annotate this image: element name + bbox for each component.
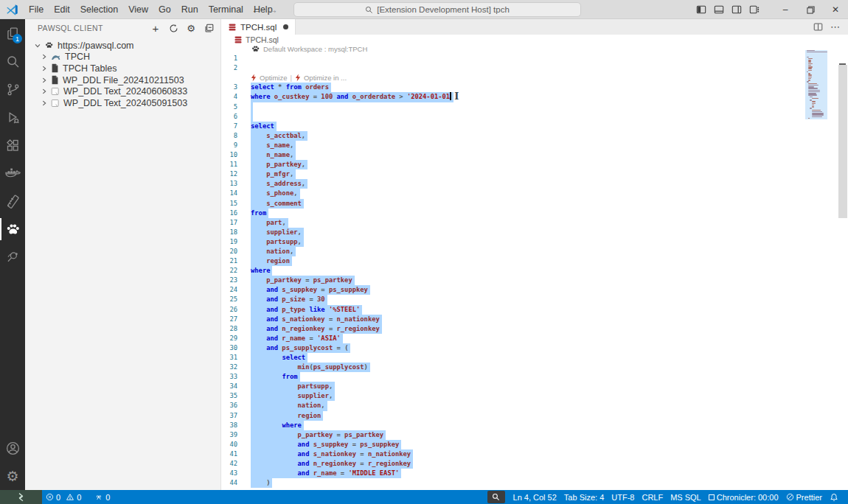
command-center[interactable]: [Extension Development Host] tpch: [293, 2, 581, 17]
code-line-28[interactable]: 28 and n_regionkey = r_regionkey: [221, 324, 848, 334]
optimize-codelens[interactable]: Optimize: [260, 73, 287, 83]
code-line-38[interactable]: 38 where: [221, 421, 848, 430]
code-line-21[interactable]: 21 region: [221, 256, 848, 266]
status-eol[interactable]: CRLF: [638, 490, 667, 504]
status-encoding[interactable]: UTF-8: [608, 490, 638, 504]
code-review-icon[interactable]: [0, 243, 25, 271]
minimize-button[interactable]: –: [773, 0, 798, 19]
run-debug-icon[interactable]: [0, 103, 25, 131]
code-line-44[interactable]: 44 ): [221, 478, 848, 488]
restore-button[interactable]: [798, 0, 823, 19]
optimize-in-codelens[interactable]: Optimize in ...: [304, 73, 347, 83]
code-line-39[interactable]: 39 p_partkey = ps_partkey: [221, 430, 848, 440]
code-line-33[interactable]: 33 from: [221, 372, 848, 382]
collapse-all-icon[interactable]: [203, 22, 215, 34]
toggle-sidebar-icon[interactable]: [696, 4, 706, 15]
code-line-3[interactable]: 3select * from orders: [221, 83, 848, 92]
nav-back-button[interactable]: ←: [251, 4, 262, 15]
tree-item-wp-ddl-text-202406060833[interactable]: WP_DDL Text_202406060833: [25, 85, 220, 97]
code-line-29[interactable]: 29 and r_name = 'ASIA': [221, 334, 848, 343]
code-line-30[interactable]: 30 and ps_supplycost = (: [221, 343, 848, 353]
code-line-19[interactable]: 19 partsupp,: [221, 237, 848, 247]
source-control-icon[interactable]: [0, 75, 25, 103]
optimize-codelens-row[interactable]: Optimize|Optimize in ...: [251, 73, 347, 83]
code-line-24[interactable]: 24 and s_suppkey = ps_suppkey: [221, 285, 848, 295]
code-line-1[interactable]: 1: [221, 54, 848, 63]
code-line-25[interactable]: 25 and p_size = 30: [221, 295, 848, 304]
menu-selection[interactable]: Selection: [75, 2, 123, 17]
tree-item-wp-ddl-text-202405091503[interactable]: WP_DDL Text_202405091503: [25, 97, 220, 109]
code-line-5[interactable]: 5: [221, 102, 848, 112]
menu-file[interactable]: File: [24, 2, 49, 17]
code-line-36[interactable]: 36 nation,: [221, 401, 848, 410]
extensions-icon[interactable]: [0, 131, 25, 159]
code-line-22[interactable]: 22where: [221, 266, 848, 276]
workspace-codelens[interactable]: Default Workspace : mysql:TPCH: [251, 44, 367, 54]
menu-view[interactable]: View: [123, 2, 153, 17]
zoom-indicator[interactable]: [487, 491, 505, 503]
code-line-41[interactable]: 41 and s_nationkey = n_nationkey: [221, 449, 848, 459]
nav-forward-button[interactable]: →: [268, 4, 278, 15]
search-icon[interactable]: [0, 47, 25, 75]
code-line-6[interactable]: 6: [221, 112, 848, 122]
code-line-8[interactable]: 8 s_acctbal,: [221, 131, 848, 141]
code-line-10[interactable]: 10 n_name,: [221, 150, 848, 160]
code-line-2[interactable]: 2: [221, 63, 848, 73]
menu-edit[interactable]: Edit: [49, 2, 75, 17]
tree-item-tpch[interactable]: TPCH: [25, 52, 220, 63]
code-line-23[interactable]: 23 p_partkey = ps_partkey: [221, 276, 848, 285]
code-line-4[interactable]: 4where o_custkey = 100 and o_orderdate >…: [221, 92, 848, 102]
account-icon[interactable]: [0, 434, 25, 462]
scrollbar-thumb[interactable]: [838, 65, 847, 218]
menu-run[interactable]: Run: [176, 2, 204, 17]
code-line-16[interactable]: 16from: [221, 209, 848, 218]
status-warnings[interactable]: 0: [64, 490, 85, 504]
code-line-27[interactable]: 27 and s_nationkey = n_nationkey: [221, 315, 848, 324]
menu-terminal[interactable]: Terminal: [204, 2, 249, 17]
code-line-40[interactable]: 40 and s_suppkey = ps_suppkey: [221, 440, 848, 449]
status-ports[interactable]: 0: [91, 490, 114, 504]
remote-indicator[interactable]: [0, 490, 42, 504]
explorer-icon[interactable]: 1: [0, 19, 25, 47]
toggle-panel-icon[interactable]: [714, 4, 724, 15]
breadcrumb-file[interactable]: TPCH.sql: [246, 35, 279, 44]
refresh-icon[interactable]: [167, 22, 179, 34]
minimap[interactable]: [805, 44, 838, 490]
code-line-7[interactable]: 7select: [221, 122, 848, 131]
code-line-11[interactable]: 11 p_partkey,: [221, 160, 848, 169]
code-line-9[interactable]: 9 s_name,: [221, 141, 848, 150]
more-actions-icon[interactable]: ⋯: [830, 21, 841, 32]
code-line-18[interactable]: 18 supplier,: [221, 228, 848, 237]
customize-layout-icon[interactable]: [749, 4, 760, 15]
code-editor[interactable]: Default Workspace : mysql:TPCH12Optimize…: [221, 44, 848, 490]
status-tab-size[interactable]: Tab Size: 4: [560, 490, 608, 504]
database-tools-icon[interactable]: [0, 187, 25, 215]
pawsql-icon[interactable]: [0, 215, 25, 243]
vertical-scrollbar[interactable]: [838, 44, 848, 490]
tree-item-https-pawsql-com[interactable]: https://pawsql.com: [25, 40, 220, 52]
status-prettier[interactable]: Prettier: [782, 490, 826, 504]
close-button[interactable]: ✕: [823, 0, 848, 19]
tab-tpch-sql[interactable]: TPCH.sql: [221, 19, 296, 35]
code-line-31[interactable]: 31 select: [221, 353, 848, 363]
code-line-12[interactable]: 12 p_mfgr,: [221, 169, 848, 179]
code-line-42[interactable]: 42 and n_regionkey = r_regionkey: [221, 459, 848, 469]
code-line-17[interactable]: 17 part,: [221, 218, 848, 228]
menu-go[interactable]: Go: [153, 2, 176, 17]
code-line-15[interactable]: 15 s_comment: [221, 199, 848, 209]
status-errors[interactable]: 0: [42, 490, 64, 504]
workspace-lens-label[interactable]: Default Workspace : mysql:TPCH: [263, 44, 367, 54]
code-line-14[interactable]: 14 s_phone,: [221, 189, 848, 198]
code-line-32[interactable]: 32 min(ps_supplycost): [221, 363, 848, 372]
docker-icon[interactable]: [0, 159, 25, 187]
code-line-43[interactable]: 43 and r_name = 'MIDDLE EAST': [221, 469, 848, 478]
status-notifications[interactable]: [826, 490, 842, 504]
code-line-13[interactable]: 13 s_address,: [221, 179, 848, 189]
settings-icon[interactable]: ⚙: [185, 22, 197, 34]
split-editor-icon[interactable]: [813, 22, 823, 32]
code-line-20[interactable]: 20 nation,: [221, 247, 848, 256]
tree-item-wp-ddl-file-202410211503[interactable]: WP_DDL File_202410211503: [25, 74, 220, 86]
code-line-34[interactable]: 34 partsupp,: [221, 382, 848, 391]
code-line-37[interactable]: 37 region: [221, 411, 848, 421]
code-line-35[interactable]: 35 supplier,: [221, 391, 848, 401]
